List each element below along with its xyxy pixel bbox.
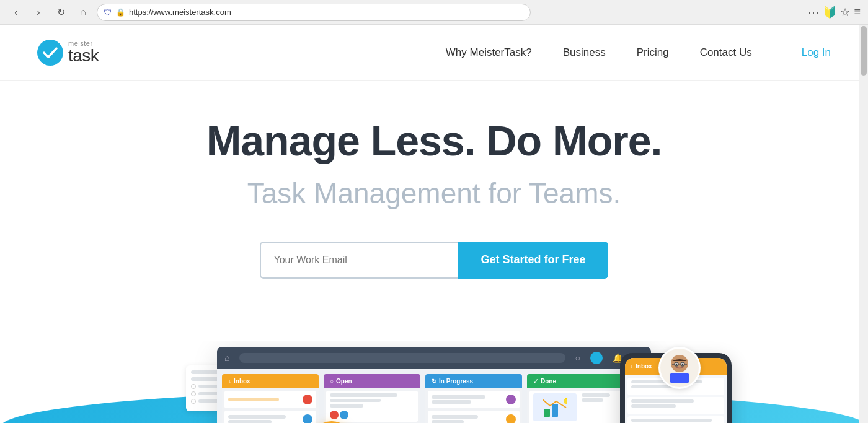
col-header-inbox: ↓ Inbox [222, 374, 319, 388]
card-image [533, 393, 577, 421]
svg-rect-22 [670, 373, 689, 383]
url-text: https://www.meistertask.com [129, 7, 231, 17]
shield-icon: 🛡 [104, 7, 112, 17]
nav-contact[interactable]: Contact Us [700, 46, 752, 59]
nav-business[interactable]: Business [563, 46, 606, 59]
card-line [432, 415, 478, 419]
card-avatar [330, 411, 339, 419]
nav-links: Why MeisterTask? Business Pricing Contac… [446, 46, 752, 59]
open-icon: ○ [330, 378, 334, 385]
card-lines [582, 393, 618, 402]
card-lines [432, 415, 503, 423]
dashboard-preview: Complete ⌂ ○ 🔔 🔍 [0, 341, 868, 423]
card-avatar [303, 395, 312, 404]
login-link[interactable]: Log In [802, 46, 831, 59]
kanban-card [224, 411, 316, 423]
col-header-progress: ↻ In Progress [425, 374, 522, 388]
svg-rect-6 [552, 404, 558, 417]
col-header-open: ○ Open [324, 374, 420, 388]
email-form: Get Started for Free [12, 242, 856, 279]
card-line [432, 395, 485, 399]
browser-controls: ⋯ 🔰 ☆ ≡ [808, 6, 861, 19]
kanban-card [428, 411, 520, 423]
inbox-icon: ↓ [228, 378, 231, 385]
mobile-card-line [631, 399, 694, 403]
card-line [330, 399, 381, 403]
card-line [330, 393, 397, 397]
hero-subtitle: Task Management for Teams. [12, 177, 856, 211]
card-line [432, 400, 471, 404]
browser-chrome: ‹ › ↻ ⌂ 🛡 🔒 https://www.meistertask.com … [0, 0, 868, 25]
mobile-card-line [631, 404, 676, 408]
inbox-cards [222, 388, 319, 423]
hero-section: Manage Less. Do More. Task Management fo… [0, 81, 868, 341]
topbar-avatar [590, 352, 603, 364]
logo-link[interactable]: meister task [37, 40, 99, 66]
kanban-col-open: ○ Open [324, 374, 420, 423]
kanban-col-done: ✓ Done [527, 374, 624, 423]
address-bar[interactable]: 🛡 🔒 https://www.meistertask.com [97, 4, 531, 21]
card-line [228, 420, 272, 423]
open-cards [324, 388, 420, 423]
mobile-card-line [631, 419, 712, 422]
site-header: meister task Why MeisterTask? Business P… [0, 25, 868, 81]
kanban-card [224, 391, 316, 408]
hamburger-icon[interactable]: ≡ [854, 6, 861, 19]
logo-icon [37, 40, 63, 66]
card-line [228, 398, 279, 401]
lock-icon: 🔒 [116, 8, 125, 17]
progress-cards [425, 388, 522, 423]
kanban-card [529, 391, 621, 423]
kanban-col-progress: ↻ In Progress [425, 374, 522, 423]
card-line [330, 404, 363, 408]
email-input[interactable] [260, 242, 458, 279]
card-lines [228, 415, 300, 423]
logo-task-text: task [68, 47, 99, 64]
card-line [228, 415, 286, 419]
back-button[interactable]: ‹ [7, 4, 25, 21]
card-lines [432, 395, 503, 404]
kanban-board: ⌂ ○ 🔔 🔍 ↓ Inbox [217, 347, 651, 423]
svg-point-7 [564, 399, 567, 404]
card-line [582, 398, 603, 402]
scrollbar[interactable] [859, 25, 868, 423]
home-button[interactable]: ⌂ [74, 4, 92, 21]
svg-point-20 [676, 363, 678, 365]
svg-point-21 [682, 363, 684, 365]
card-avatar [303, 414, 312, 423]
mobile-inbox-label: Inbox [636, 363, 652, 370]
topbar-search [239, 353, 565, 363]
kanban-card [326, 391, 418, 422]
progress-icon: ↻ [432, 378, 436, 385]
mobile-inbox-icon: ↓ [630, 363, 633, 370]
col-header-done: ✓ Done [527, 374, 624, 388]
panel-dot [191, 384, 196, 389]
shield-protect-icon[interactable]: 🔰 [823, 6, 836, 19]
card-line [582, 393, 610, 397]
menu-dots-icon[interactable]: ⋯ [808, 6, 819, 19]
mobile-card [627, 397, 724, 414]
bookmark-star-icon[interactable]: ☆ [840, 6, 850, 19]
hero-title: Manage Less. Do More. [12, 118, 856, 164]
panel-dot [191, 391, 196, 396]
logo-text: meister task [68, 40, 99, 64]
nav-why[interactable]: Why MeisterTask? [446, 46, 532, 59]
kanban-columns: ↓ Inbox [217, 369, 651, 423]
refresh-button[interactable]: ↻ [52, 4, 69, 21]
kanban-topbar: ⌂ ○ 🔔 🔍 [217, 347, 651, 369]
card-line [432, 420, 464, 423]
nav-pricing[interactable]: Pricing [637, 46, 669, 59]
card-avatar [506, 395, 516, 404]
kanban-col-inbox: ↓ Inbox [222, 374, 319, 423]
card-avatars [330, 411, 348, 419]
svg-rect-5 [544, 409, 550, 417]
cta-button[interactable]: Get Started for Free [458, 242, 608, 279]
kanban-card [428, 391, 520, 408]
clock-icon: ○ [575, 353, 580, 363]
scrollbar-thumb[interactable] [861, 26, 867, 76]
card-avatar [506, 414, 516, 423]
mobile-card [627, 416, 724, 423]
done-cards [527, 388, 624, 423]
forward-button[interactable]: › [30, 4, 47, 21]
card-avatar [340, 411, 348, 419]
